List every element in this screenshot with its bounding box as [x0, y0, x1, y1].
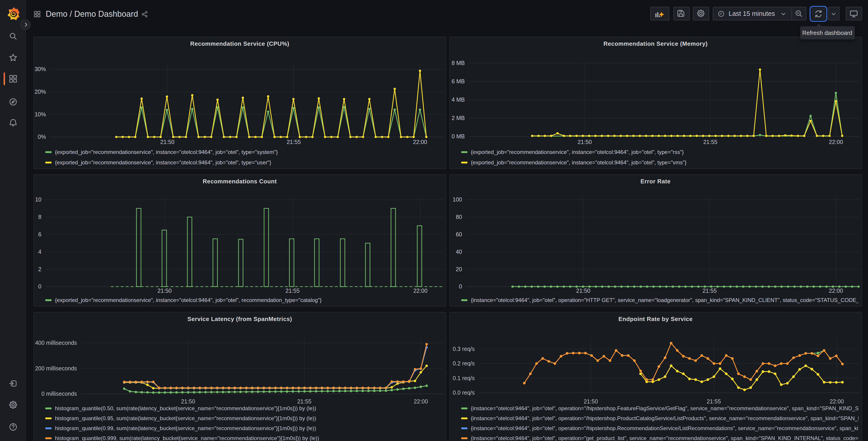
svg-text:2: 2: [38, 266, 41, 272]
svg-text:22:00: 22:00: [413, 288, 428, 294]
svg-text:0: 0: [38, 283, 41, 290]
svg-text:80: 80: [456, 214, 462, 220]
svg-text:60: 60: [456, 231, 462, 237]
svg-text:8: 8: [38, 214, 41, 220]
svg-text:0.0 req/s: 0.0 req/s: [453, 389, 474, 396]
svg-text:21:50: 21:50: [157, 288, 172, 294]
svg-text:20: 20: [456, 266, 462, 272]
svg-text:21:55: 21:55: [286, 139, 301, 145]
svg-text:10%: 10%: [34, 111, 46, 117]
svg-text:4 MB: 4 MB: [452, 96, 465, 103]
svg-text:22:00: 22:00: [413, 139, 427, 145]
svg-text:400 milliseconds: 400 milliseconds: [35, 340, 77, 346]
svg-text:200 milliseconds: 200 milliseconds: [35, 365, 77, 372]
svg-text:22:00: 22:00: [829, 139, 843, 145]
svg-text:2 MB: 2 MB: [452, 115, 465, 121]
svg-text:4: 4: [38, 248, 41, 255]
svg-text:21:50: 21:50: [160, 139, 174, 145]
svg-text:20%: 20%: [34, 89, 46, 95]
svg-text:40: 40: [456, 248, 462, 255]
svg-text:6: 6: [38, 231, 41, 237]
svg-text:21:55: 21:55: [703, 139, 717, 145]
svg-text:8 MB: 8 MB: [452, 60, 465, 66]
svg-text:0%: 0%: [37, 134, 46, 140]
svg-text:0.3 req/s: 0.3 req/s: [453, 346, 474, 352]
svg-text:10: 10: [35, 196, 41, 203]
svg-text:22:00: 22:00: [829, 288, 843, 294]
svg-text:100: 100: [452, 196, 462, 203]
svg-text:0 milliseconds: 0 milliseconds: [41, 390, 77, 397]
svg-text:21:55: 21:55: [285, 288, 300, 294]
svg-text:0: 0: [459, 283, 462, 290]
svg-text:30%: 30%: [34, 66, 46, 72]
svg-text:6 MB: 6 MB: [452, 78, 465, 84]
svg-text:0 MB: 0 MB: [452, 133, 465, 140]
svg-text:21:55: 21:55: [702, 288, 717, 294]
svg-text:21:50: 21:50: [576, 288, 590, 294]
svg-text:0.1 req/s: 0.1 req/s: [453, 375, 474, 381]
svg-text:21:50: 21:50: [578, 139, 592, 145]
svg-text:0.2 req/s: 0.2 req/s: [453, 360, 474, 366]
